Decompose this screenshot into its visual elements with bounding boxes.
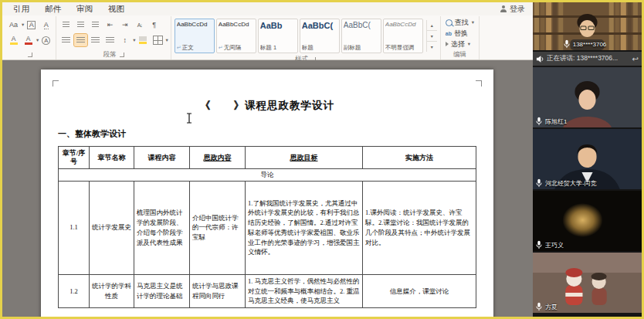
cell-ideology-content: 介绍中国统计学的一代宗师：许宝騄 [190,181,246,274]
participant-label: 陈旭红1 [535,117,567,126]
participant-name: 陈旭红1 [545,117,567,126]
replace-button[interactable]: 替换 [443,28,476,39]
replace-icon [446,29,452,37]
style-name: 副标题 [344,44,379,52]
numbering-button[interactable] [74,19,87,31]
style-card-normal[interactable]: AaBbCcDd 正文 [175,19,215,53]
participant-label: 方夏 [535,302,558,311]
header-cell: 实施方法 [363,147,476,169]
style-preview: AaBbC( [302,21,337,30]
chevron-down-icon: ▾ [22,22,24,28]
change-case-button[interactable] [7,19,20,31]
style-card-title[interactable]: AaBbC( 标题 [300,19,340,53]
style-name: 标题 1 [260,44,296,52]
video-tile[interactable]: 陈旭红1 [533,67,642,127]
select-icon [446,42,449,46]
select-label: 选择 [451,39,465,49]
style-card-subtitle[interactable]: AaBbC( 副标题 [341,19,381,53]
gallery-more-icon[interactable]: ▾ [427,41,437,52]
document-page[interactable]: 《 》课程思政教学设计 一、整体教学设计 章节/序号 章节名称 课程内容 思政内… [41,70,493,317]
justify-button[interactable] [103,34,117,46]
table-section-row: 导论 [59,169,476,182]
align-center-button[interactable] [74,34,87,46]
participant-name: 河北经贸大学-闫竞 [545,179,597,188]
styles-gallery: AaBbCcDd 正文 AaBbCcDd 无间隔 AaBb 标题 1 AaB [174,17,438,55]
enclose-character-button[interactable] [39,34,53,46]
text-boundary-mark [53,80,59,87]
table-row: 1.1 统计学发展史 梳理国内外统计学的发展阶段、介绍每个阶段学派及代表性成果 … [59,181,476,274]
tab-mailings[interactable]: 邮件 [37,2,69,15]
section-cell: 导论 [59,169,476,182]
header-cell: 章节名称 [90,147,134,169]
style-name: 无间隔 [219,44,254,52]
gallery-up-icon[interactable]: ▴ [427,20,437,30]
cell-chapter-name: 统计学发展史 [90,181,134,274]
speaker-icon [536,55,544,63]
style-preview: AaBbCcDd [219,21,254,28]
dialog-launcher-icon[interactable] [28,53,32,57]
style-preview: AaBb [260,21,296,30]
participant-name: 138****3706 [573,41,607,48]
font-color-button[interactable] [22,34,35,46]
participant-name: 方夏 [545,303,558,311]
show-marks-button[interactable] [147,19,161,31]
style-card-subtle-emphasis[interactable]: AaBbCcDd 不明显强调 [383,19,423,53]
shading-button[interactable] [137,34,150,46]
sort-button[interactable] [133,19,146,31]
sign-in-label: 登录 [510,4,525,15]
mic-icon [535,240,543,249]
video-tile[interactable]: 王巧义 [533,191,642,251]
teaching-design-table: 章节/序号 章节名称 课程内容 思政内容 思政目标 实施方法 导论 1.1 统计… [58,146,476,308]
participant-label: 138****3706 [533,39,636,49]
chevron-down-icon: ▾ [166,37,168,43]
header-cell: 思政内容 [190,147,246,169]
font-group: ▾ ▾ [4,16,56,59]
select-button[interactable]: 选择 ▾ [443,39,476,49]
mic-icon [535,117,543,126]
increase-indent-button[interactable] [118,19,131,31]
find-label: 查找 [455,18,469,28]
tab-references[interactable]: 引用 [5,2,37,15]
align-left-button[interactable] [59,34,73,46]
speaking-banner: 正在讲话: 138****3706... [533,52,642,66]
meeting-sidebar: 138****3706 正在讲话: 138****3706... [533,2,642,317]
decrease-indent-button[interactable] [103,19,117,31]
video-tile[interactable]: 河北经贸大学-闫竞 [533,129,642,189]
mic-icon [563,39,571,49]
multilevel-list-button[interactable] [89,19,102,31]
style-preview: AaBbCcDd [385,21,421,28]
style-card-heading1[interactable]: AaBb 标题 1 [258,19,298,53]
highlight-color-button[interactable] [7,34,20,46]
reply-arrow-icon[interactable] [632,55,639,63]
chevron-down-icon: ▾ [133,37,135,43]
ribbon-tabs: 引用 邮件 审阅 视图 登录 [2,2,533,15]
word-window: 引用 邮件 审阅 视图 登录 ▾ ▾ [2,2,533,317]
screen-share-frame: 引用 邮件 审阅 视图 登录 ▾ ▾ [0,0,644,319]
document-area: 《 》课程思政教学设计 一、整体教学设计 章节/序号 章节名称 课程内容 思政内… [2,60,533,317]
sign-in-button[interactable]: 登录 [500,4,533,15]
dialog-launcher-icon[interactable] [120,53,124,57]
align-right-button[interactable] [89,34,102,46]
text-cursor-ibeam [186,113,192,127]
video-tile-self[interactable]: 138****3706 [533,2,642,50]
mic-icon [535,302,543,311]
style-name: 不明显强调 [385,44,421,52]
borders-button[interactable] [151,34,164,46]
cell-ideology-content: 统计学与思政课程同向同行 [190,274,246,307]
tab-review[interactable]: 审阅 [69,2,100,15]
line-spacing-button[interactable] [118,34,131,46]
find-button[interactable]: 查找 ▾ [443,17,476,28]
speaking-banner-text: 正在讲话: 138****3706... [547,54,629,63]
style-name: 正文 [177,44,212,52]
style-card-no-spacing[interactable]: AaBbCcDd 无间隔 [216,19,256,53]
gallery-down-icon[interactable]: ▾ [427,30,437,41]
cell-no: 1.1 [59,181,90,274]
video-tile[interactable]: 方夏 [533,253,642,313]
character-border-button[interactable] [25,19,38,31]
person-icon [500,5,507,12]
editing-group-label: 编辑 [453,50,466,59]
tab-view[interactable]: 视图 [100,2,132,15]
bullets-button[interactable] [59,19,73,31]
editing-group: 查找 ▾ 替换 选择 ▾ 编辑 [441,16,480,59]
phonetic-guide-button[interactable] [39,19,53,31]
